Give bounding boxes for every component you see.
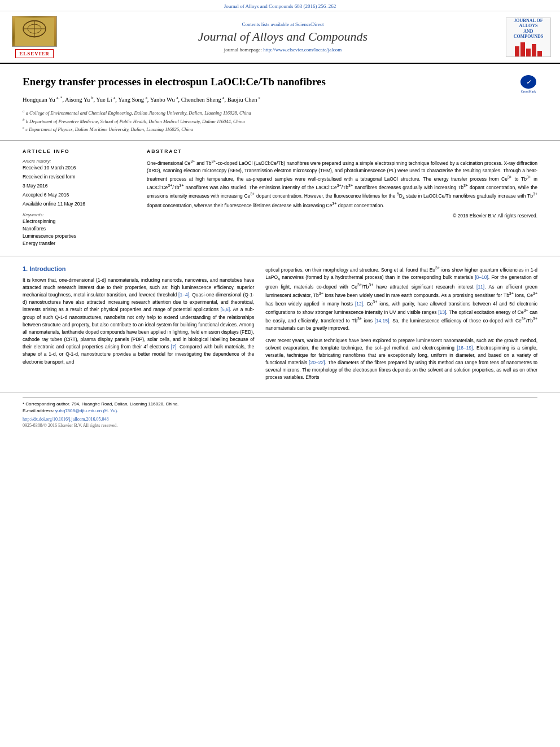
main-body: 1. Introduction It is known that, one-di… <box>0 256 560 392</box>
intro-paragraph-2: optical properties, on their morphology … <box>265 265 537 333</box>
article-info-abstract-section: ARTICLE INFO Article history: Received 1… <box>0 141 560 256</box>
email-label: E-mail address: <box>23 408 54 413</box>
revised-date: 3 May 2016 <box>23 183 135 189</box>
keyword-2: Nanofibres <box>23 226 135 231</box>
bar-2 <box>520 42 525 56</box>
sciencedirect-label: Contents lists available at ScienceDirec… <box>242 21 324 27</box>
ref-20-22: [20–22] <box>309 360 325 365</box>
ref-11: [11] <box>476 284 484 290</box>
journal-main-title: Journal of Alloys and Compounds <box>67 29 499 44</box>
bar-1 <box>515 46 519 56</box>
elsevier-wordmark: ELSEVIER <box>15 49 54 58</box>
keyword-4: Energy transfer <box>23 241 135 246</box>
keywords-label: Keywords: <box>23 212 135 217</box>
corresponding-author: * Corresponding author. 794, Huanghe Roa… <box>23 401 537 408</box>
received-date: Received 10 March 2016 <box>23 165 135 171</box>
ref-7: [7] <box>171 344 176 350</box>
ref-1-4: [1–4] <box>178 292 189 298</box>
article-title: Energy transfer processes in electrospun… <box>23 75 514 89</box>
intro-paragraph-1: It is known that, one-dimensional (1-d) … <box>23 277 254 366</box>
abstract-copyright: © 2016 Elsevier B.V. All rights reserved… <box>147 213 537 219</box>
right-logo-bars <box>515 41 542 56</box>
affiliation-c: c c Department of Physics, Dalian Mariti… <box>23 125 514 133</box>
email-line: E-mail address: yuhq7808@djtu.edu.cn (H.… <box>23 408 537 414</box>
history-label: Article history: <box>23 159 135 164</box>
journal-citation-text: Journal of Alloys and Compounds 683 (201… <box>224 3 336 9</box>
doi-line[interactable]: http://dx.doi.org/10.1016/j.jallcom.2016… <box>23 417 537 422</box>
journal-citation: Journal of Alloys and Compounds 683 (201… <box>0 0 560 11</box>
journal-homepage-line: journal homepage: http://www.elsevier.co… <box>67 47 499 53</box>
homepage-url[interactable]: http://www.elsevier.com/locate/jalcom <box>263 47 342 53</box>
article-info-heading: ARTICLE INFO <box>23 148 135 154</box>
footnote-section: * Corresponding author. 794, Huanghe Roa… <box>0 392 560 433</box>
abstract-heading: ABSTRACT <box>147 148 537 154</box>
received-revised-label: Received in revised form <box>23 174 135 180</box>
journal-title-section: Contents lists available at ScienceDirec… <box>67 21 499 52</box>
sciencedirect-text: Contents lists available at ScienceDirec… <box>67 21 499 27</box>
article-info-column: ARTICLE INFO Article history: Received 1… <box>23 148 135 248</box>
keyword-3: Luminescence properties <box>23 233 135 239</box>
ref-16-19: [16–19] <box>457 345 473 351</box>
crossmark-icon: ✓ <box>520 75 536 89</box>
keyword-1: Electrospinning <box>23 219 135 224</box>
journal-header: ELSEVIER Contents lists available at Sci… <box>0 11 560 64</box>
introduction-heading: 1. Introduction <box>23 265 254 272</box>
crossmark-logo: ✓ CrossMark <box>519 75 537 93</box>
crossmark-label: CrossMark <box>521 90 536 93</box>
accepted-date: Accepted 6 May 2016 <box>23 192 135 198</box>
right-journal-logo: JOURNAL OFALLOYSANDCOMPOUNDS <box>506 18 551 57</box>
affiliation-a: a a College of Environmental and Chemica… <box>23 108 514 117</box>
ref-5-6: [5,6] <box>221 307 230 312</box>
abstract-column: ABSTRACT One-dimensional Ce3+ and Tb3+-c… <box>147 148 537 248</box>
ref-8-10: [8–10] <box>475 274 488 280</box>
bar-3 <box>526 49 531 56</box>
bar-5 <box>537 51 542 56</box>
abstract-text: One-dimensional Ce3+ and Tb3+-co-doped L… <box>147 159 537 210</box>
available-date: Available online 11 May 2016 <box>23 201 135 207</box>
ref-14-15: [14,15] <box>374 318 389 324</box>
left-column: 1. Introduction It is known that, one-di… <box>23 265 254 386</box>
email-link[interactable]: yuhq7808@djtu.edu.cn (H. Yu). <box>55 408 119 413</box>
right-logo-title-text: JOURNAL OFALLOYSANDCOMPOUNDS <box>514 18 543 40</box>
homepage-label: journal homepage: <box>224 47 262 53</box>
elsevier-graphic <box>12 16 57 47</box>
right-column: optical properties, on their morphology … <box>265 265 537 386</box>
ref-13: [13] <box>438 309 446 315</box>
authors-line: Hongquan Yu a, *, Aisong Yu b, Yue Li a,… <box>23 95 514 104</box>
intro-paragraph-3: Over recent years, various techniques ha… <box>265 337 537 382</box>
affiliation-b: b b Department of Preventive Medicine, S… <box>23 117 514 125</box>
bar-4 <box>532 44 536 56</box>
issn-line: 0925-8388/© 2016 Elsevier B.V. All right… <box>23 423 537 428</box>
elsevier-logo-section: ELSEVIER <box>9 16 60 58</box>
article-title-section: Energy transfer processes in electrospun… <box>0 64 560 141</box>
ref-12: [12] <box>355 301 363 307</box>
affiliations: a a College of Environmental and Chemica… <box>23 108 514 133</box>
footnote-divider <box>23 397 537 401</box>
